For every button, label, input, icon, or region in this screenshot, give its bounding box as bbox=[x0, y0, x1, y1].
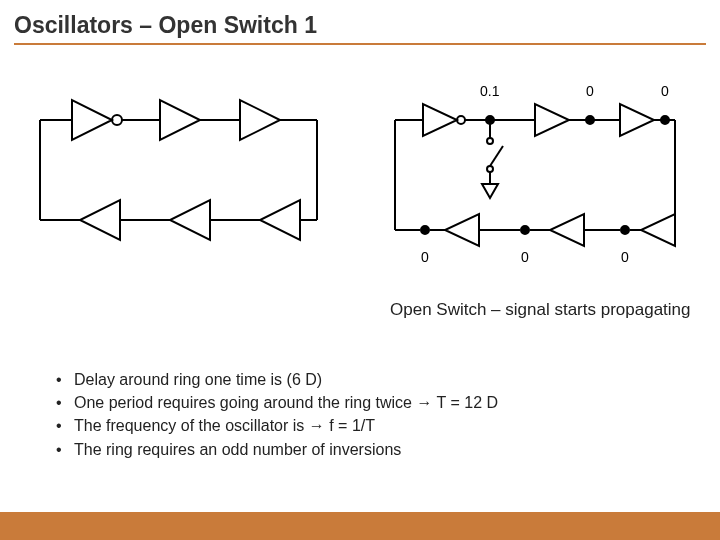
node-label: 0 bbox=[421, 249, 429, 265]
list-item: The ring requires an odd number of inver… bbox=[56, 438, 498, 461]
list-item: The frequency of the oscillator is → f =… bbox=[56, 414, 498, 437]
node-label: 0 bbox=[586, 83, 594, 99]
list-item: Delay around ring one time is (6 D) bbox=[56, 368, 498, 391]
diagram-caption: Open Switch – signal starts propagating bbox=[390, 300, 691, 320]
footer-bar bbox=[0, 512, 720, 540]
svg-point-7 bbox=[421, 226, 429, 234]
diagram-row: 0.1 0 0 0 0 0 bbox=[20, 80, 700, 280]
svg-point-6 bbox=[487, 166, 493, 172]
ring-diagram-switch: 0.1 0 0 0 0 0 bbox=[375, 80, 700, 280]
node-label: 0 bbox=[661, 83, 669, 99]
node-label: 0 bbox=[521, 249, 529, 265]
list-item: One period requires going around the rin… bbox=[56, 391, 498, 414]
node-label: 0 bbox=[621, 249, 629, 265]
node-label: 0.1 bbox=[480, 83, 500, 99]
page-title: Oscillators – Open Switch 1 bbox=[14, 12, 706, 45]
bullet-list: Delay around ring one time is (6 D) One … bbox=[56, 368, 498, 461]
svg-point-8 bbox=[521, 226, 529, 234]
ring-diagram-plain bbox=[20, 80, 345, 280]
svg-point-9 bbox=[621, 226, 629, 234]
svg-point-5 bbox=[487, 138, 493, 144]
